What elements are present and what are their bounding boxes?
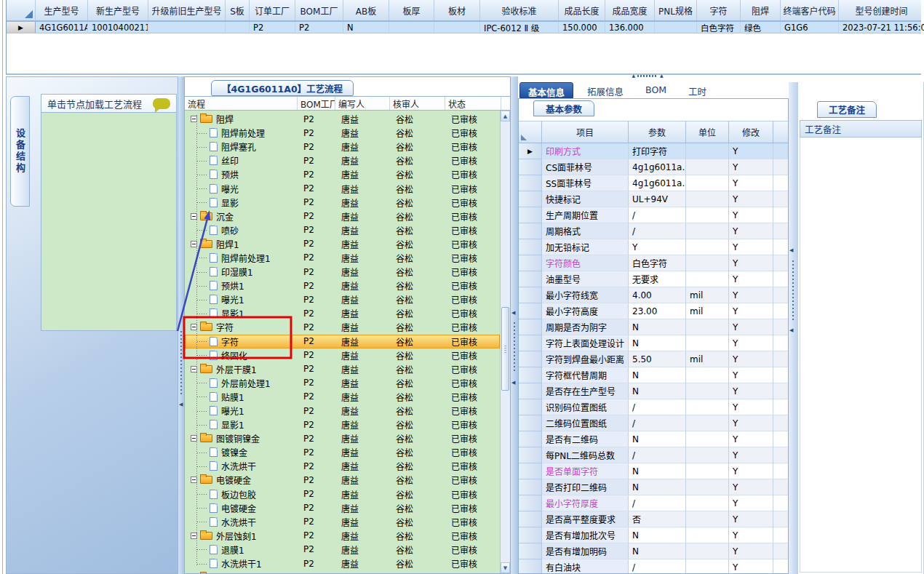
process-notes-body[interactable] — [800, 137, 922, 573]
param-row[interactable]: 快捷标记UL+94VY — [519, 191, 788, 207]
tree-row[interactable]: 曝光1P2唐益谷松已审核 — [185, 404, 500, 418]
tab-基本信息[interactable]: 基本信息 — [519, 82, 573, 98]
tree-row[interactable]: 喷砂P2唐益谷松已审核 — [185, 223, 500, 237]
tree-column-header[interactable]: BOM工厂 — [298, 97, 335, 110]
master-grid-row[interactable]: ▶4G1G6011A010010400211619P2P2NIPC-6012 Ⅱ… — [7, 22, 921, 33]
param-row[interactable]: 周期格式/Y — [519, 223, 788, 239]
collapse-icon[interactable] — [191, 477, 197, 483]
param-row-header[interactable] — [519, 463, 542, 479]
param-row[interactable]: 每PNL二维码总数/Y — [519, 447, 788, 463]
param-row-header[interactable] — [519, 303, 542, 319]
tree-row[interactable]: 阻焊前处理1P2唐益谷松已审核 — [185, 251, 500, 265]
param-row-header[interactable] — [519, 223, 542, 239]
param-row-header[interactable] — [519, 367, 542, 383]
column-header[interactable]: 升级前旧生产型号 — [148, 0, 226, 20]
tree-row[interactable]: 终固化P2唐益谷松已审核 — [185, 348, 500, 362]
param-row[interactable]: 字符上表面处理设计NY — [519, 335, 788, 351]
scroll-down-icon[interactable]: ▼ — [501, 562, 510, 573]
tree-row[interactable]: 显影1P2唐益谷松已审核 — [185, 306, 500, 320]
collapse-left-icon[interactable]: ◀ — [789, 328, 793, 333]
param-row-header[interactable] — [519, 399, 542, 415]
collapse-icon[interactable] — [191, 366, 197, 372]
param-row[interactable]: 周期是否为阴字NY — [519, 319, 788, 335]
collapse-left-icon[interactable]: ◀ — [179, 402, 183, 407]
tab-process-notes[interactable]: 工艺备注 — [817, 101, 877, 118]
param-row[interactable]: 最小字符高度23.00milY — [519, 303, 788, 319]
collapse-icon[interactable] — [191, 116, 197, 122]
tree-row[interactable]: 印湿膜1P2唐益谷松已审核 — [185, 265, 500, 279]
tab-工时[interactable]: 工时 — [680, 82, 714, 98]
tree-row[interactable]: 退膜1P2唐益谷松已审核 — [185, 543, 500, 557]
column-header[interactable]: 型号创建时间 — [839, 0, 924, 20]
param-row-header[interactable] — [519, 351, 542, 367]
column-header[interactable]: 终端客户代码 — [781, 0, 839, 20]
collapse-icon[interactable] — [191, 213, 197, 220]
column-header[interactable]: 板厚 — [389, 0, 434, 20]
scrollbar-thumb[interactable] — [501, 307, 509, 391]
row-header-cell[interactable]: ▶ — [7, 22, 36, 33]
param-row-header[interactable] — [519, 319, 542, 335]
param-row-header[interactable] — [519, 543, 542, 559]
tree-row[interactable]: 沉金P2唐益谷松已审核 — [185, 210, 500, 223]
tree-row[interactable]: 预烘1P2唐益谷松已审核 — [185, 279, 500, 292]
tree-row[interactable]: 贴膜1P2唐益谷松已审核 — [185, 390, 500, 404]
tree-row[interactable]: 阻焊前处理P2唐益谷松已审核 — [185, 126, 500, 140]
tree-row[interactable]: 曝光1P2唐益谷松已审核 — [185, 292, 500, 306]
param-row-header[interactable] — [519, 495, 542, 511]
select-all-corner[interactable] — [7, 0, 36, 20]
tree-row[interactable]: 阻焊P2唐益谷松已审核 — [185, 112, 500, 126]
tree-row[interactable]: 外层干膜2P2唐益谷松已审核 — [185, 570, 500, 573]
splitter-right[interactable]: ◀ ◀ — [789, 82, 797, 574]
tree-row[interactable]: 曝光P2唐益谷松已审核 — [185, 181, 500, 195]
column-header[interactable]: 成品宽度 — [605, 0, 655, 20]
param-row-header[interactable] — [519, 191, 542, 207]
param-row[interactable]: 是否有增加明码NY — [519, 543, 788, 559]
column-header[interactable]: 字符 — [697, 0, 741, 20]
column-header[interactable]: 新生产型号 — [88, 0, 148, 20]
collapse-icon[interactable] — [191, 533, 197, 539]
column-header[interactable]: S板 — [226, 0, 250, 20]
tree-row[interactable]: 镀镍金P2唐益谷松已审核 — [185, 445, 500, 459]
param-row-header[interactable] — [519, 175, 542, 191]
param-row-header[interactable] — [519, 511, 542, 527]
param-row-header[interactable] — [519, 383, 542, 399]
param-column-header[interactable]: 单位 — [686, 121, 729, 143]
param-row-header[interactable] — [519, 255, 542, 271]
tree-column-header[interactable]: 核审人 — [390, 97, 445, 110]
collapse-left-icon[interactable]: ◀ — [789, 248, 793, 253]
column-header[interactable]: PNL规格 — [655, 0, 697, 20]
param-row[interactable]: 字符框代替周期NY — [519, 367, 788, 383]
tree-column-header[interactable]: 流程 — [185, 97, 298, 110]
collapse-left-icon[interactable]: ◀ — [511, 380, 515, 386]
column-header[interactable]: AB板 — [343, 0, 389, 20]
param-row-header[interactable] — [519, 335, 542, 351]
param-row[interactable]: 字符到焊盘最小距离5.50milY — [519, 351, 788, 367]
param-row[interactable]: 最小字符线宽4.00milY — [519, 287, 788, 303]
param-row[interactable]: 加无铅标记YY — [519, 239, 788, 255]
param-row[interactable]: 二维码位置图纸/Y — [519, 415, 788, 431]
column-header[interactable]: BOM工厂 — [295, 0, 343, 20]
collapse-icon[interactable] — [191, 241, 197, 247]
column-header[interactable]: 生产型号 — [36, 0, 88, 20]
tab-device-structure[interactable]: 设备结构 — [10, 96, 30, 207]
tree-row[interactable]: 图镀铜镍金P2唐益谷松已审核 — [185, 431, 500, 445]
tab-BOM[interactable]: BOM — [637, 82, 674, 98]
param-row[interactable]: 最小字符厚度/Y — [519, 495, 788, 511]
param-column-header[interactable]: 项目 — [542, 121, 629, 143]
tree-row[interactable]: 丝印P2唐益谷松已审核 — [185, 154, 500, 167]
param-row[interactable]: 是否高平整度要求否Y — [519, 511, 788, 527]
device-tree-area[interactable] — [41, 113, 177, 331]
param-row[interactable]: 有白油块/Y — [519, 559, 788, 573]
param-column-header[interactable]: 修改 — [729, 121, 773, 143]
collapse-icon[interactable] — [191, 435, 197, 442]
param-row[interactable]: CS面菲林号4g1g6011a...Y — [519, 159, 788, 175]
process-tree-title-tab[interactable]: 【4G1G6011A0】工艺流程 — [211, 80, 354, 96]
param-row-header[interactable] — [519, 159, 542, 175]
tree-row[interactable]: 字符P2唐益谷松已审核 — [185, 320, 500, 334]
tree-row[interactable]: 阻焊塞孔P2唐益谷松已审核 — [185, 140, 500, 154]
collapse-icon[interactable] — [191, 324, 197, 330]
tree-row[interactable]: 电镀硬金P2唐益谷松已审核 — [185, 501, 500, 515]
param-row[interactable]: 生产周期位置/Y — [519, 207, 788, 223]
tab-basic-parameters[interactable]: 基本参数 — [533, 100, 594, 116]
splitter-mid[interactable]: ◀ ◀ — [511, 76, 518, 574]
